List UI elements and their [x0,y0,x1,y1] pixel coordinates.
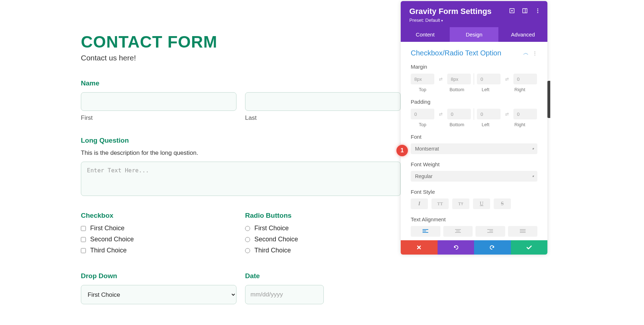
last-label: Last [245,114,401,122]
padding-left-input[interactable] [477,109,501,119]
last-name-input[interactable] [245,92,401,111]
panel-header: Gravity Form Settings Preset: Default [401,1,547,27]
margin-top-input[interactable] [411,74,434,84]
long-question-desc: This is the description for the long que… [81,149,401,157]
redo-button[interactable] [474,240,511,255]
style-label: Font Style [411,189,537,195]
align-right-button[interactable] [475,226,505,237]
link-icon[interactable]: ⇄ [503,77,511,82]
margin-right-input[interactable] [513,74,537,84]
align-left-button[interactable] [411,226,440,237]
form-title: CONTACT FORM [81,32,401,51]
callout-1: 1 [396,145,408,156]
undo-button[interactable] [438,240,474,255]
radio-choice-2[interactable]: Second Choice [245,236,401,243]
margin-left-input[interactable] [477,74,501,84]
first-name-input[interactable] [81,92,236,111]
panel-preset[interactable]: Preset: Default [409,18,539,23]
padding-bottom-label: Bottom [445,122,469,127]
weight-label: Font Weight [411,161,537,167]
tab-content[interactable]: Content [401,27,450,42]
italic-button[interactable]: I [411,198,428,209]
svg-rect-2 [523,9,527,13]
fullscreen-icon[interactable] [509,8,515,14]
settings-panel: Gravity Form Settings Preset: Default Co… [401,1,547,255]
svg-point-4 [537,9,538,10]
radio-label: Radio Buttons [245,212,401,220]
padding-label: Padding [411,99,537,105]
panel-toggle-icon[interactable] [522,8,528,14]
checkbox-choice-3[interactable]: Third Choice [81,247,236,254]
radio-choice-1[interactable]: First Choice [245,225,401,232]
padding-top-input[interactable] [411,109,434,119]
font-select[interactable]: Montserrat [411,143,537,154]
padding-left-label: Left [474,122,497,127]
tab-design[interactable]: Design [450,27,499,42]
svg-point-1 [511,10,513,11]
link-icon[interactable]: ⇄ [436,77,445,82]
date-input[interactable] [245,285,324,304]
weight-select[interactable]: Regular [411,171,537,182]
dropdown-input[interactable]: First Choice [81,285,236,304]
underline-button[interactable]: U [473,198,490,209]
strikethrough-button[interactable]: S [494,198,511,209]
date-label: Date [245,272,401,280]
cancel-button[interactable] [401,240,438,255]
smallcaps-button[interactable]: Tᴛ [452,198,469,209]
link-icon[interactable]: ⇄ [503,112,511,117]
radio-choice-3[interactable]: Third Choice [245,247,401,254]
panel-tabs: Content Design Advanced [401,27,547,42]
padding-right-label: Right [508,122,532,127]
padding-bottom-input[interactable] [447,109,471,119]
checkbox-label: Checkbox [81,212,236,220]
tab-advanced[interactable]: Advanced [498,27,547,42]
margin-bottom-label: Bottom [445,87,469,92]
panel-footer [401,240,547,255]
svg-point-5 [537,10,538,11]
link-icon[interactable]: ⇄ [436,112,445,117]
align-label: Text Alignment [411,216,537,222]
margin-label: Margin [411,64,537,70]
save-button[interactable] [511,240,548,255]
align-justify-button[interactable] [508,226,538,237]
section-title[interactable]: Checkbox/Radio Text Option [411,49,501,57]
margin-left-label: Left [474,87,497,92]
form-subtitle: Contact us here! [81,54,401,62]
margin-top-label: Top [411,87,434,92]
margin-right-label: Right [508,87,532,92]
svg-point-6 [537,12,538,13]
first-label: First [81,114,236,122]
margin-bottom-input[interactable] [447,74,471,84]
chevron-up-icon[interactable]: ︿ [523,49,529,57]
font-label: Font [411,134,537,140]
section-more-icon[interactable]: ⋮ [532,50,537,56]
side-tab[interactable] [547,81,550,118]
dropdown-label: Drop Down [81,272,236,280]
more-icon[interactable] [535,8,541,14]
align-center-button[interactable] [443,226,473,237]
long-question-input[interactable] [81,162,401,196]
long-question-label: Long Question [81,137,401,144]
name-label: Name [81,79,401,87]
checkbox-choice-2[interactable]: Second Choice [81,236,236,243]
uppercase-button[interactable]: TT [431,198,449,209]
padding-right-input[interactable] [513,109,537,119]
checkbox-choice-1[interactable]: First Choice [81,225,236,232]
padding-top-label: Top [411,122,434,127]
